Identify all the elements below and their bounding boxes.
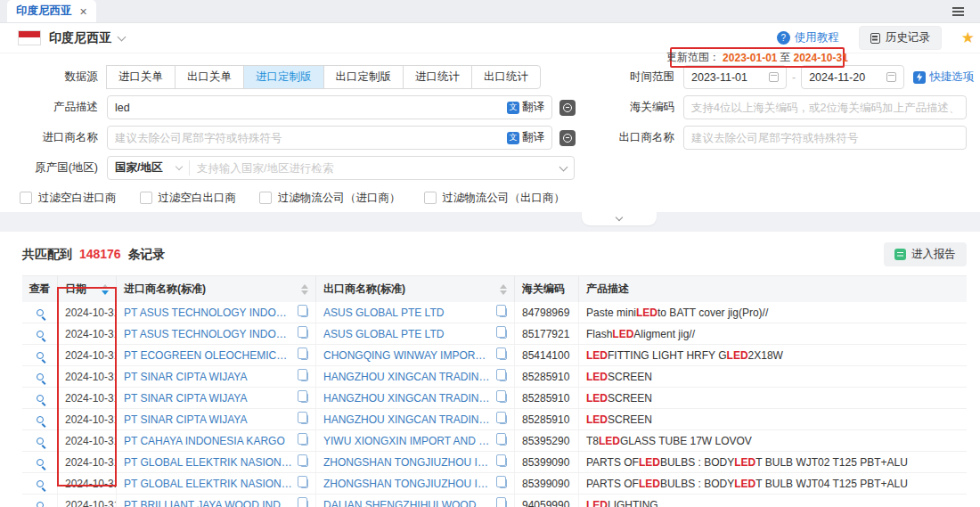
- data-source-option[interactable]: 进口定制版: [243, 65, 324, 89]
- translate-button[interactable]: 文 翻译: [507, 100, 544, 115]
- sort-icons[interactable]: [494, 284, 507, 295]
- favorite-star-icon[interactable]: ★: [961, 29, 975, 47]
- data-source-option[interactable]: 进口关单: [106, 65, 176, 89]
- origin-search-input[interactable]: [190, 162, 574, 175]
- header-date[interactable]: 日期: [58, 276, 117, 302]
- copy-icon[interactable]: [499, 350, 507, 360]
- copy-icon[interactable]: [499, 414, 507, 424]
- exporter-link[interactable]: ASUS GLOBAL PTE LTD: [323, 328, 492, 340]
- copy-icon[interactable]: [300, 500, 308, 507]
- tab-indonesia[interactable]: 印度尼西亚 ×: [7, 0, 96, 22]
- quick-options-link[interactable]: 快捷选项: [913, 70, 974, 85]
- exporter-link[interactable]: DALIAN SHENGZHIHUI WOOD INDUST...: [323, 499, 492, 507]
- importer-link[interactable]: PT GLOBAL ELEKTRIK NASIONAL: [124, 456, 293, 469]
- exporter-name-input[interactable]: [683, 126, 967, 150]
- checkbox-box[interactable]: [140, 192, 152, 204]
- importer-name-input[interactable]: 文 翻译: [107, 126, 552, 150]
- collapse-panel-button[interactable]: [582, 212, 657, 225]
- chevron-down-icon: [559, 162, 568, 171]
- copy-icon[interactable]: [499, 478, 507, 488]
- header-importer[interactable]: 进口商名称(标准): [117, 276, 316, 302]
- importer-link[interactable]: PT ECOGREEN OLEOCHEMICALS: [124, 349, 293, 362]
- importer-link[interactable]: PT SINAR CIPTA WIJAYA: [124, 392, 293, 405]
- enter-report-button[interactable]: 进入报告: [884, 242, 967, 266]
- precise-match-icon[interactable]: [559, 100, 576, 116]
- copy-icon[interactable]: [499, 500, 507, 507]
- tab-close-icon[interactable]: ×: [80, 5, 87, 18]
- importer-link[interactable]: PT GLOBAL ELEKTRIK NASIONAL: [124, 478, 293, 490]
- sort-icons[interactable]: [296, 284, 308, 295]
- exporter-link[interactable]: ZHONGSHAN TONGJIUZHOU INTERNA...: [323, 456, 492, 469]
- copy-icon[interactable]: [499, 436, 507, 446]
- product-desc-input[interactable]: 文 翻译: [107, 95, 552, 119]
- chevron-down-icon[interactable]: [118, 32, 127, 41]
- origin-type-select[interactable]: 国家/地区: [108, 160, 190, 176]
- tutorial-link[interactable]: ? 使用教程: [777, 30, 839, 45]
- copy-icon[interactable]: [300, 436, 308, 446]
- precise-match-icon[interactable]: [559, 130, 576, 146]
- copy-icon[interactable]: [499, 393, 507, 403]
- history-icon: [870, 33, 880, 44]
- copy-icon[interactable]: [499, 329, 507, 339]
- data-source-option[interactable]: 出口定制版: [323, 65, 404, 89]
- importer-link[interactable]: PT BRILLIANT JAYA WOOD INDUSTRY: [124, 499, 293, 507]
- importer-link[interactable]: PT ASUS TECHNOLOGY INDONESIA BA...: [124, 307, 293, 319]
- sort-icons[interactable]: [96, 284, 109, 295]
- view-magnifier-icon[interactable]: [37, 459, 44, 466]
- filter-checkbox[interactable]: 过滤空白出口商: [140, 191, 237, 206]
- copy-icon[interactable]: [499, 457, 507, 467]
- view-magnifier-icon[interactable]: [37, 502, 44, 507]
- copy-icon[interactable]: [300, 414, 308, 424]
- copy-icon[interactable]: [300, 307, 308, 317]
- exporter-link[interactable]: CHONGQING WINWAY IMPORT AND E...: [323, 349, 492, 362]
- copy-icon[interactable]: [300, 372, 308, 381]
- row-product-desc: LED SCREEN: [579, 388, 967, 408]
- data-source-option[interactable]: 进口统计: [403, 65, 472, 89]
- translate-button[interactable]: 文 翻译: [507, 130, 544, 145]
- importer-link[interactable]: PT SINAR CIPTA WIJAYA: [124, 371, 293, 383]
- view-magnifier-icon[interactable]: [37, 373, 44, 380]
- view-magnifier-icon[interactable]: [37, 416, 44, 423]
- table-row: 2024-10-31 PT GLOBAL ELEKTRIK NASIONAL Z…: [22, 473, 967, 495]
- exporter-link[interactable]: HANGZHOU XINGCAN TRADING CO LTD: [323, 371, 492, 383]
- view-magnifier-icon[interactable]: [37, 437, 44, 445]
- view-magnifier-icon[interactable]: [37, 309, 44, 316]
- checkbox-box[interactable]: [424, 192, 437, 204]
- view-magnifier-icon[interactable]: [37, 352, 44, 359]
- exporter-link[interactable]: HANGZHOU XINGCAN TRADING CO LTD: [323, 413, 492, 426]
- copy-icon[interactable]: [300, 457, 308, 467]
- menu-icon[interactable]: [952, 7, 964, 16]
- copy-icon[interactable]: [300, 329, 308, 339]
- view-magnifier-icon[interactable]: [37, 480, 44, 487]
- filter-checkbox[interactable]: 过滤物流公司（进口商）: [259, 191, 401, 206]
- importer-link[interactable]: PT ASUS TECHNOLOGY INDONESIA BA...: [124, 328, 293, 340]
- start-date-input[interactable]: [683, 65, 787, 89]
- end-date-input[interactable]: [801, 65, 904, 89]
- data-source-option[interactable]: 出口关单: [175, 65, 244, 89]
- view-magnifier-icon[interactable]: [37, 395, 44, 402]
- importer-link[interactable]: PT SINAR CIPTA WIJAYA: [124, 413, 293, 426]
- table-row: 2024-10-31 PT SINAR CIPTA WIJAYA HANGZHO…: [22, 388, 967, 409]
- copy-icon[interactable]: [499, 307, 507, 317]
- header-exporter[interactable]: 出口商名称(标准): [316, 276, 515, 302]
- hs-code-input[interactable]: [683, 95, 967, 119]
- copy-icon[interactable]: [300, 478, 308, 488]
- data-source-option[interactable]: 出口统计: [471, 65, 541, 89]
- view-magnifier-icon[interactable]: [37, 331, 44, 338]
- filter-checkbox[interactable]: 过滤物流公司（出口商）: [424, 191, 566, 206]
- exporter-link[interactable]: YIWU XIONGXIN IMPORT AND EXPORT...: [323, 435, 492, 447]
- filter-checkbox[interactable]: 过滤空白进口商: [20, 191, 117, 206]
- history-button[interactable]: 历史记录: [859, 26, 942, 50]
- checkbox-box[interactable]: [259, 192, 272, 204]
- chevron-down-icon: [616, 213, 623, 220]
- copy-icon[interactable]: [499, 372, 507, 381]
- exporter-link[interactable]: ASUS GLOBAL PTE LTD: [323, 307, 492, 319]
- row-hs-code: 85285910: [515, 388, 579, 408]
- importer-link[interactable]: PT CAHAYA INDONESIA KARGO: [124, 435, 293, 447]
- copy-icon[interactable]: [300, 350, 308, 360]
- row-product-desc: Flash LED Aligment jig//: [579, 323, 967, 344]
- copy-icon[interactable]: [300, 393, 308, 403]
- exporter-link[interactable]: HANGZHOU XINGCAN TRADING CO LTD: [323, 392, 492, 405]
- checkbox-box[interactable]: [20, 192, 32, 204]
- exporter-link[interactable]: ZHONGSHAN TONGJIUZHOU INTERNA...: [323, 478, 492, 490]
